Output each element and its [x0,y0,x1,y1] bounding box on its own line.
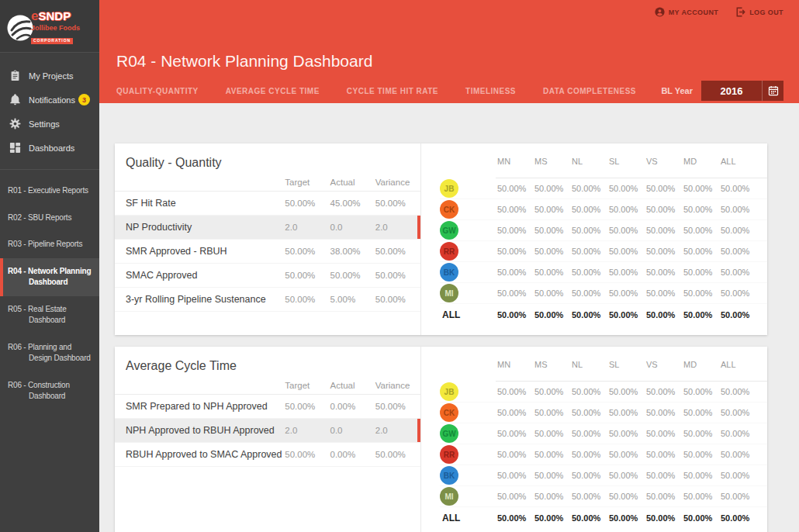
metric-row-3-yr-rolling-pipeline-sustenance[interactable]: 3-yr Rolling Pipeline Sustenance50.00%5.… [115,288,420,312]
sidebar-item-r06-construction-dashboard[interactable]: R06 - Construction Dashboard [0,372,99,410]
avatar-cell: CK [440,200,497,219]
tab-timeliness[interactable]: TIMELINESS [465,87,516,95]
matrix-value: 50.00% [534,247,572,256]
matrix-value: 50.00% [572,450,609,459]
bl-year-value[interactable]: 2016 [701,81,762,101]
bl-year-picker[interactable]: 2016 [701,81,783,101]
metric-value: 50.00% [375,199,420,208]
matrix-value: 50.00% [646,226,683,235]
tab-data-completeness[interactable]: DATA COMPLETENESS [543,87,636,95]
avatar-cell: BK [440,263,497,282]
metric-label: NPH Approved to RBUH Approved [126,425,285,436]
column-header-target: Target [285,178,330,187]
account-bar: MY ACCOUNTLOG OUT [116,0,783,18]
matrix-row-gw: GW50.00%50.00%50.00%50.00%50.00%50.00%50… [440,423,767,444]
sidebar-menu: My ProjectsNotifications3SettingsDashboa… [0,53,99,170]
matrix-value: 50.00% [609,184,646,193]
matrix-value: 50.00% [721,205,758,214]
sidebar-item-label: Notifications [29,95,75,105]
jollibee-logo-icon [6,14,34,42]
dashboard-content: Quality - QuantityTargetActualVarianceSF… [99,103,799,532]
sidebar-item-r02-sbu-reports[interactable]: R02 - SBU Reports [0,205,99,232]
sidebar-item-my-projects[interactable]: My Projects [0,64,99,88]
page-title: R04 - Network Planning Dashboard [116,52,783,71]
matrix-value: 50.00% [497,226,534,235]
matrix-column-header-nl: NL [572,360,609,369]
matrix-value: 50.00% [721,471,758,480]
metric-row-smr-prepared-to-nph-approved[interactable]: SMR Prepared to NPH Approved50.00%0.00%5… [115,395,420,419]
metric-row-smr-approved-rbuh[interactable]: SMR Approved - RBUH50.00%38.00%50.00% [115,240,420,264]
tab-quality-quantity[interactable]: QUALITY-QUANTITY [116,87,199,95]
sidebar-item-notifications[interactable]: Notifications3 [0,88,99,112]
matrix-value: 50.00% [572,247,609,256]
matrix-column-header-all: ALL [721,360,758,369]
log-out-button[interactable]: LOG OUT [735,7,783,18]
matrix-column-header-vs: VS [646,157,683,166]
matrix-value: 50.00% [683,450,721,459]
matrix-value: 50.00% [721,288,758,298]
sidebar-item-r04-network-planning-dashboard[interactable]: R04 - Network Planning Dashboard [0,258,99,296]
matrix-value: 50.00% [646,387,683,396]
matrix-value: 50.00% [721,184,758,193]
matrix-value: 50.00% [497,268,534,277]
matrix-value: 50.00% [497,513,534,523]
tab-cycle-time-hit-rate[interactable]: CYCLE TIME HIT RATE [347,87,438,95]
matrix-value: 50.00% [497,205,534,214]
sidebar-item-dashboards[interactable]: Dashboards [0,136,99,160]
matrix-value: 50.00% [609,310,646,320]
matrix-row-bk: BK50.00%50.00%50.00%50.00%50.00%50.00%50… [440,465,767,486]
avatar-gw: GW [440,221,458,240]
matrix-value: 50.00% [534,268,572,277]
matrix-value: 50.00% [721,247,758,256]
sidebar-item-r03-pipeline-reports[interactable]: R03 - Pipeline Reports [0,231,99,258]
matrix-value: 50.00% [572,429,609,438]
panel-table-quality-quantity: Quality - QuantityTargetActualVarianceSF… [115,143,421,335]
sidebar-item-r01-executive-reports[interactable]: R01 - Executive Reports [0,178,99,205]
matrix-value: 50.00% [721,310,758,320]
logo-corporation: CORPORATION [31,38,73,43]
report-item-label: R03 - Pipeline Reports [8,239,93,250]
bl-year-label: BL Year [661,86,693,95]
matrix-value: 50.00% [721,450,758,459]
matrix-value: 50.00% [534,471,572,480]
matrix-value: 50.00% [646,450,683,459]
metric-value: 50.00% [375,247,420,256]
matrix-row-ck: CK50.00%50.00%50.00%50.00%50.00%50.00%50… [440,199,767,220]
metric-row-sf-hit-rate[interactable]: SF Hit Rate50.00%45.00%50.00% [115,192,420,216]
sidebar-item-settings[interactable]: Settings [0,112,99,136]
matrix-value: 50.00% [534,450,572,459]
tab-average-cycle-time[interactable]: AVERAGE CYCLE TIME [226,87,320,95]
metric-value: 50.00% [375,295,420,304]
matrix-value: 50.00% [683,205,721,214]
metric-value: 2.0 [285,426,330,435]
metric-row-rbuh-approved-to-smac-approved[interactable]: RBUH Approved to SMAC Approved50.00%0.00… [115,443,420,467]
metric-row-nph-approved-to-rbuh-approved[interactable]: NPH Approved to RBUH Approved2.00.02.0 [115,419,420,443]
avatar-cell: RR [440,242,497,261]
metric-row-smac-approved[interactable]: SMAC Approved50.00%50.00%50.00% [115,264,420,288]
avatar-mi: MI [440,487,458,506]
matrix-value: 50.00% [572,288,609,298]
sidebar-item-r05-real-estate-dashboard[interactable]: R05 - Real Estate Dashboard [0,296,99,334]
my-account-button[interactable]: MY ACCOUNT [655,7,719,18]
avatar-cell: CK [440,403,497,422]
sidebar-item-r06-planning-and-design-dashboard[interactable]: R06 - Planning and Design Dashboard [0,334,99,372]
calendar-icon[interactable] [762,81,783,101]
panel-quality-quantity: Quality - QuantityTargetActualVarianceSF… [115,143,767,335]
matrix-value: 50.00% [609,288,646,298]
matrix-value: 50.00% [646,247,683,256]
table-header-row: TargetActualVariance [115,376,420,395]
avatar-ck: CK [440,200,458,219]
matrix-value: 50.00% [646,184,683,193]
metric-row-np-productivity[interactable]: NP Productivity2.00.02.0 [115,216,420,240]
matrix-value: 50.00% [609,471,646,480]
matrix-value: 50.00% [683,513,721,523]
logo-subtitle: Jollibee Foods [31,25,80,32]
bl-year-selector: BL Year 2016 [661,81,783,101]
matrix-value: 50.00% [646,408,683,417]
avatar-cell: JB [440,382,497,401]
report-item-label: R06 - Construction Dashboard [8,380,93,402]
logout-icon [735,7,745,19]
matrix-value: 50.00% [534,408,572,417]
matrix-value: 50.00% [683,268,721,277]
matrix-row-mi: MI50.00%50.00%50.00%50.00%50.00%50.00%50… [440,283,767,304]
